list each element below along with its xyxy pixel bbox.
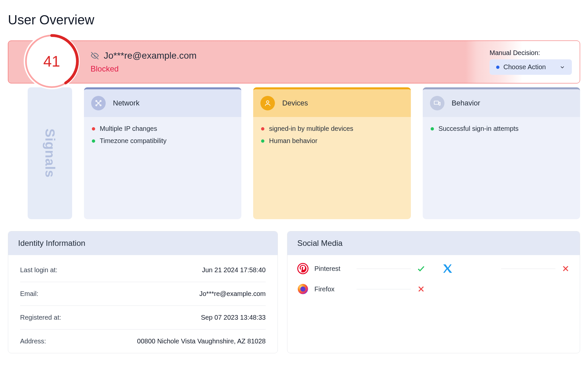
identity-value: Jo***re@example.com [200,290,266,298]
x-icon [561,264,570,273]
identity-label: Email: [20,290,39,298]
manual-decision-label: Manual Decision: [490,49,540,57]
signal-item-label: Successful sign-in attempts [439,125,519,132]
signals-section: Signals Network Multiple IP changes [8,87,580,219]
status-dot-green-icon [431,127,434,131]
banner-body: Jo***re@example.com Blocked Manual Decis… [8,41,580,83]
check-icon [417,264,425,273]
signal-item-label: Multiple IP changes [100,125,157,132]
divider-line [357,269,411,269]
signal-item-label: Human behavior [269,137,317,145]
identity-value: 00800 Nichole Vista Vaughnshire, AZ 8102… [137,337,266,345]
identity-panel-title: Identity Information [8,231,278,255]
choose-action-dropdown[interactable]: Choose Action [490,59,572,75]
status-dot-red-icon [261,127,264,131]
signal-card-network: Network Multiple IP changes Timezone com… [84,87,241,219]
signal-item: Multiple IP changes [92,125,233,132]
social-item-x-twitter [442,263,570,274]
signal-title: Devices [282,99,308,107]
identity-row: Last login at: Jun 21 2024 17:58:40 [20,258,266,282]
svg-point-5 [96,105,97,106]
x-icon [417,285,425,293]
signal-card-behavior: Behavior Successful sign-in attempts [423,87,580,219]
svg-point-4 [100,101,101,102]
social-item-firefox: Firefox [297,283,425,295]
identity-value: Sep 07 2023 13:48:33 [201,314,266,321]
social-item-pinterest: Pinterest [297,263,425,274]
social-panel: Social Media Pinterest [287,231,580,353]
signal-title: Network [113,99,140,107]
identity-label: Registered at: [20,314,61,321]
social-panel-title: Social Media [287,231,580,255]
social-name: Pinterest [314,265,351,273]
svg-point-12 [300,286,306,292]
status-dot-icon [496,66,499,69]
signal-item: Human behavior [261,137,403,145]
signals-tab[interactable]: Signals [28,87,72,219]
svg-point-2 [98,102,99,104]
banner-email: Jo***re@example.com [104,50,197,61]
user-banner: 41 Jo***re@example.com Blocked Manual De… [8,41,580,83]
signal-item-label: signed-in by multiple devices [269,125,353,132]
signal-item-label: Timezone compatibility [100,137,167,145]
behavior-icon [430,96,444,110]
svg-rect-9 [439,102,440,105]
status-dot-green-icon [261,139,264,143]
svg-point-3 [96,101,97,102]
pinterest-icon [297,263,308,274]
status-dot-red-icon [92,127,95,131]
chevron-down-icon [559,64,565,70]
signal-item: Successful sign-in attempts [431,125,572,132]
risk-score-circle: 41 [24,33,80,89]
signals-tab-label: Signals [42,129,57,178]
identity-label: Address: [20,337,46,345]
identity-panel: Identity Information Last login at: Jun … [8,231,278,353]
network-icon [91,96,106,110]
svg-point-7 [267,101,269,103]
banner-status: Blocked [91,64,197,73]
devices-icon [260,96,275,110]
social-name: Firefox [314,285,351,293]
svg-point-6 [100,105,101,106]
signal-title: Behavior [452,99,480,107]
signal-item: signed-in by multiple devices [261,125,403,132]
choose-action-label: Choose Action [503,63,546,71]
signal-card-devices: Devices signed-in by multiple devices Hu… [253,87,411,219]
identity-value: Jun 21 2024 17:58:40 [202,266,266,274]
page-title: User Overview [8,13,580,27]
divider-line [501,269,555,269]
signal-item: Timezone compatibility [92,137,233,145]
firefox-icon [297,283,308,295]
identity-label: Last login at: [20,266,57,274]
svg-rect-8 [434,101,438,104]
identity-row: Email: Jo***re@example.com [20,282,266,306]
divider-line [357,289,411,289]
status-dot-green-icon [92,139,95,143]
risk-score-ring [24,33,80,89]
identity-row: Registered at: Sep 07 2023 13:48:33 [20,306,266,330]
eye-off-icon[interactable] [91,51,99,60]
identity-row: Address: 00800 Nichole Vista Vaughnshire… [20,330,266,353]
x-twitter-icon [442,263,453,274]
